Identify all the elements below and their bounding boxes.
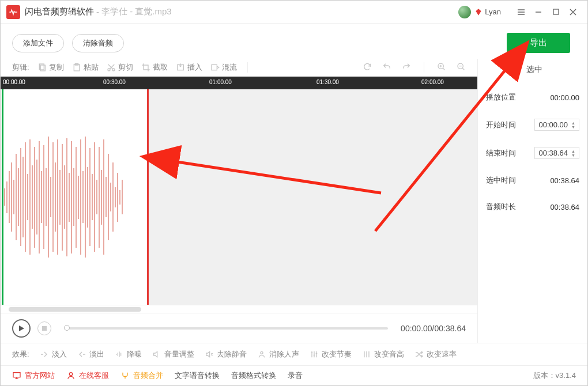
close-button[interactable] [564,3,582,21]
volume-button[interactable]: 音量调整 [152,349,194,359]
paste-icon [72,63,81,72]
top-button-row: 添加文件 清除音频 导出 [1,24,587,59]
chevron-down-icon[interactable]: ▼ [571,125,575,129]
waveform-area[interactable] [1,89,477,305]
start-time-input[interactable]: 00:00.00 ▲▼ [534,119,579,131]
chevron-down-icon[interactable]: ▼ [571,153,575,157]
support-icon [66,371,76,380]
mix-button[interactable]: 混流 [210,62,237,73]
file-title: 李学仕 - 直觉.mp3 [101,6,172,17]
play-position-value: 00:00.00 [550,93,579,102]
paste-button[interactable]: 粘贴 [72,62,99,73]
effects-bar: 效果: 淡入 淡出 降噪 音量调整 去除静音 消除人声 改变节奏 改变音高 改变… [1,343,587,365]
waveform-bars [4,89,147,305]
audio-merge-link[interactable]: 音频合并 [120,370,163,381]
selected-duration-row: 选中时间 00:38.64 [486,175,579,186]
customer-service-link[interactable]: 在线客服 [66,370,109,381]
crop-icon [141,63,150,72]
svg-rect-0 [553,9,559,14]
cut-button[interactable]: 剪切 [107,62,133,73]
crop-button[interactable]: 截取 [141,62,168,73]
svg-point-15 [69,373,72,376]
app-logo-icon [6,5,20,19]
selection-end-marker[interactable] [147,89,149,305]
play-position-row: 播放位置 00:00.00 [486,92,579,103]
mix-icon [210,63,220,72]
ruler-tick: 00:00.00 [3,79,25,85]
refresh-icon[interactable] [363,62,372,71]
denoise-icon [115,350,124,359]
remove-vocal-button[interactable]: 消除人声 [257,349,299,359]
chevron-up-icon[interactable]: ▲ [571,121,575,125]
total-duration-row: 音频时长 00:38.64 [486,202,579,212]
play-button[interactable] [12,319,31,338]
chevron-up-icon[interactable]: ▲ [571,149,575,153]
app-window: 闪电音频剪辑软件 - 李学仕 - 直觉.mp3 Lyan 添加文件 清除音频 导… [0,0,588,386]
sliders-icon [310,350,319,359]
fade-in-icon [40,350,49,359]
zoom-in-icon[interactable] [437,62,446,71]
add-file-button[interactable]: 添加文件 [12,34,64,52]
ruler-tick: 00:30.00 [103,79,126,85]
scrollbar-thumb[interactable] [9,307,141,312]
selected-duration-label: 选中时间 [486,175,516,186]
copy-button[interactable]: 复制 [37,62,64,73]
avatar[interactable] [458,6,471,18]
end-time-row: 结束时间 00:38.64 ▲▼ [486,147,579,159]
zoom-out-icon[interactable] [457,62,466,71]
version-label: 版本：v3.1.4 [533,370,576,381]
start-time-row: 开始时间 00:00.00 ▲▼ [486,119,579,131]
svg-point-13 [261,351,263,354]
ruler-tick: 01:30.00 [316,79,339,85]
fade-in-button[interactable]: 淡入 [40,349,67,359]
pitch-button[interactable]: 改变音高 [362,349,404,359]
clear-audio-button[interactable]: 清除音频 [72,34,124,52]
selected-label: 选中 [486,65,579,75]
edit-toolbar: 剪辑: 复制 粘贴 剪切 截取 [1,59,477,77]
denoise-button[interactable]: 降噪 [115,349,142,359]
timeline: 00:00.00 00:30.00 01:00.00 01:30.00 02:0… [1,77,477,313]
effects-label: 效果: [12,349,29,359]
copy-icon [37,63,47,72]
tts-link[interactable]: 文字语音转换 [175,370,220,381]
redo-icon[interactable] [402,62,411,71]
stop-icon [42,326,47,331]
svg-line-11 [174,161,381,193]
minimize-button[interactable] [530,3,547,21]
menu-button[interactable] [512,3,530,21]
ruler-tick: 02:00.00 [421,79,444,85]
svg-rect-8 [212,65,217,70]
end-time-input[interactable]: 00:38.64 ▲▼ [534,147,579,159]
username[interactable]: Lyan [485,7,501,16]
title-separator: - [96,7,99,17]
undo-icon[interactable] [382,62,391,71]
merge-icon [120,371,130,380]
fade-out-icon [77,350,86,359]
progress-bar[interactable] [64,327,388,330]
insert-button[interactable]: 插入 [176,62,202,73]
person-icon [257,350,266,359]
bottom-bar: 官方网站 在线客服 音频合并 文字语音转换 音频格式转换 录音 版本：v3.1.… [1,365,587,385]
selected-duration-value: 00:38.64 [550,176,579,185]
progress-knob[interactable] [64,325,70,331]
fade-out-button[interactable]: 淡出 [77,349,104,359]
format-convert-link[interactable]: 音频格式转换 [231,370,276,381]
horizontal-scrollbar[interactable] [1,305,477,313]
speed-button[interactable]: 改变速率 [414,349,457,359]
pitch-icon [362,350,371,359]
title-bar: 闪电音频剪辑软件 - 李学仕 - 直觉.mp3 Lyan [1,1,587,24]
selection-start-marker[interactable] [2,89,3,305]
gem-icon [474,8,483,16]
official-website-link[interactable]: 官方网站 [12,370,55,381]
remove-silence-button[interactable]: 去除静音 [205,349,247,359]
time-ruler[interactable]: 00:00.00 00:30.00 01:00.00 01:30.00 02:0… [1,77,477,89]
start-time-label: 开始时间 [486,120,516,130]
maximize-button[interactable] [547,3,564,21]
export-button[interactable]: 导出 [507,33,570,53]
svg-rect-14 [13,373,20,377]
tempo-button[interactable]: 改变节奏 [310,349,352,359]
play-icon [18,325,25,332]
stop-button[interactable] [37,321,51,335]
record-link[interactable]: 录音 [288,370,303,381]
app-title: 闪电音频剪辑软件 [25,6,94,17]
